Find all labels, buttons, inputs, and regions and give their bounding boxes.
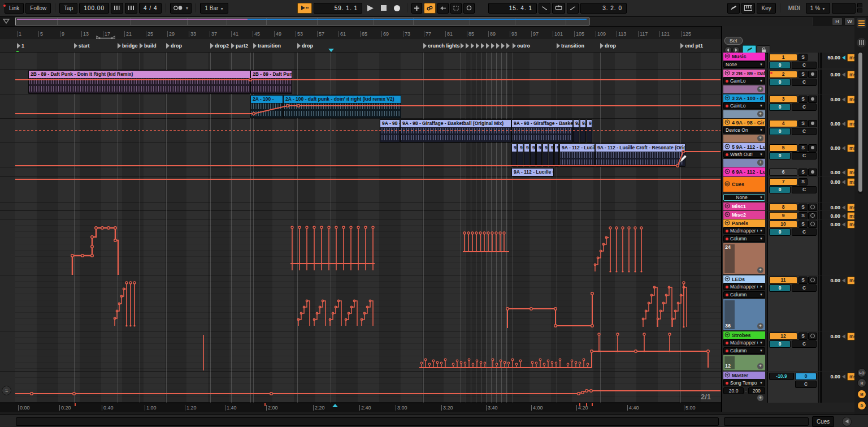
track-delay-value[interactable]: 0.00 [823,222,840,227]
time-signature-field[interactable]: 4 / 4 [139,3,162,14]
automation-control-dropdown[interactable]: Song Tempo▼ [723,379,765,386]
track-volume-chip[interactable]: 0 [769,228,791,236]
locator-marker[interactable]: build [140,42,157,49]
locator-marker[interactable]: drop [600,42,616,49]
locator-marker[interactable]: transition [557,42,584,49]
automation-control-dropdown[interactable]: GainLo▼ [723,102,765,109]
locator-marker[interactable] [496,42,501,49]
follow-button[interactable]: Follow [25,3,51,14]
io-section-toggle[interactable]: I-O [857,368,866,377]
add-automation-lane-button[interactable]: + [757,135,763,141]
track-title[interactable]: 6 9A - 112 - Lu [723,167,765,176]
unfold-track-icon[interactable] [724,144,730,150]
track-delay-value[interactable]: 50.00 [823,55,840,61]
zoom-width-button[interactable]: W [844,18,855,25]
track-delay-value[interactable]: 0.00 [823,145,840,151]
locator-triangle-icon[interactable] [486,43,489,49]
overview-tail[interactable] [589,18,813,25]
automation-control-dropdown[interactable]: Column▼ [723,347,765,354]
group-track-icon[interactable] [724,53,730,60]
locator-marker[interactable] [466,42,470,49]
track-number-chip[interactable]: 2 [769,71,797,78]
locator-marker[interactable]: outro [513,42,530,49]
add-automation-lane-button[interactable]: + [757,267,763,273]
track-pan-chip[interactable]: C [792,152,817,159]
draw-mode-box-button[interactable] [450,3,462,14]
track-number-chip[interactable]: 9 [769,212,797,219]
solo-button[interactable]: S [798,212,808,219]
unfold-track-icon[interactable] [724,70,730,77]
locator-marker[interactable]: transition [253,42,281,49]
locator-marker[interactable] [501,42,506,49]
arrangement-position-display[interactable]: 59. 1. 1 [314,3,362,14]
track-number-chip[interactable]: 1 [769,54,797,61]
track-title[interactable]: 3 2A - 100 - d [723,94,765,102]
track-number-chip[interactable]: 11 [769,277,797,284]
track-color-area[interactable]: + [723,85,765,93]
unfold-track-icon[interactable] [724,372,730,379]
track-title[interactable]: Master [723,372,765,379]
track-pan-chip[interactable]: C [792,228,817,236]
track-title[interactable]: Misc1 [723,202,765,210]
tempo-max-field[interactable]: 200 [748,387,765,394]
track-number-chip[interactable]: 5 [769,144,797,152]
track-title[interactable]: LEDs [723,275,765,283]
automation-envelopes[interactable] [0,53,721,403]
automation-control-dropdown[interactable]: Device On▼ [723,127,765,133]
track-title[interactable]: 4 9A - 98 - Gir [723,119,765,126]
time-ruler[interactable]: 0:000:200:401:001:201:402:002:202:403:00… [0,403,721,412]
beat-time-ruler[interactable]: 1591317212529333741454953576165697377818… [0,29,721,40]
automation-mode-button[interactable] [463,3,475,14]
solo-button[interactable]: S [798,169,808,176]
track-title[interactable]: 5 9A - 112 - Lu [723,143,765,150]
unfold-track-icon[interactable] [724,119,730,126]
locator-triangle-icon[interactable] [501,43,505,49]
track-delay-value[interactable]: 0.00 [823,213,840,219]
record-button[interactable] [391,3,403,13]
overview-collapse-icon[interactable] [2,18,10,25]
track-color-area[interactable]: + [723,110,765,118]
track-color-area[interactable]: + [723,135,765,143]
track-color-area[interactable]: 24+ [723,243,765,274]
track-volume-chip[interactable]: 0 [769,340,791,348]
solo-button[interactable]: S [798,178,808,186]
tempo-automation-icon[interactable]: ≈ [2,386,11,395]
key-map-button[interactable]: Key [757,3,775,14]
fold-track-icon[interactable] [724,203,730,210]
track-pan-chip[interactable]: C [792,79,817,86]
locator-marker[interactable]: end pt1 [680,42,703,49]
collapse-right-icon[interactable] [842,417,852,426]
solo-button[interactable]: S [798,204,808,211]
track-title[interactable]: 2 2B - 89 - Daf [723,70,765,77]
locator-triangle-icon[interactable] [506,43,510,49]
track-pan-chip[interactable]: C [792,128,817,135]
unfold-track-icon[interactable] [724,276,730,283]
track-pan-chip[interactable]: C [792,340,817,348]
add-automation-lane-button[interactable]: + [757,395,763,401]
track-delay-value[interactable]: 0.00 [823,72,840,77]
locator-marker[interactable]: drop [166,42,182,49]
track-number-chip[interactable]: 3 [769,96,797,103]
arrangement-view-selector-icon[interactable] [857,18,866,28]
automation-control-dropdown[interactable]: Column▼ [723,235,765,242]
track-delay-value[interactable]: 0.00 [823,97,840,102]
solo-button[interactable]: S [798,277,808,284]
unfold-track-icon[interactable] [724,332,730,339]
quantization-menu[interactable]: 1 Bar▼ [200,3,228,14]
track-title[interactable]: Cues [723,177,765,192]
locator-marker[interactable]: 1 [17,42,24,49]
automation-control-dropdown[interactable]: Madmapper C▼ [723,227,765,234]
midi-map-button[interactable]: MIDI [784,3,804,13]
track-pan-chip[interactable]: C [792,284,817,292]
locator-marker[interactable]: drop2 [210,42,229,49]
solo-button[interactable]: S [798,54,808,61]
midi-monitor-button[interactable] [808,204,817,211]
track-volume-chip[interactable]: 0 [769,79,791,86]
midi-monitor-button[interactable] [808,333,817,340]
track-number-chip[interactable]: 6 [769,169,797,176]
track-pan-chip[interactable]: C [792,186,817,193]
arm-button[interactable] [808,120,817,127]
add-automation-lane-button[interactable]: + [757,86,763,92]
add-automation-lane-button[interactable]: + [757,323,763,329]
locator-marker[interactable]: drop [297,42,313,49]
